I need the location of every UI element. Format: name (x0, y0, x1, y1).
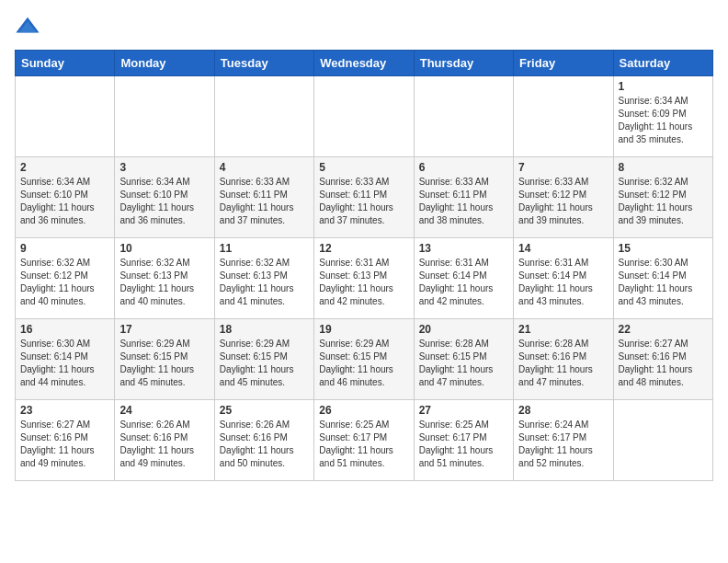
day-info: Sunrise: 6:31 AM Sunset: 6:14 PM Dayligh… (419, 257, 508, 308)
calendar-cell: 18Sunrise: 6:29 AM Sunset: 6:15 PM Dayli… (214, 319, 313, 400)
day-info: Sunrise: 6:25 AM Sunset: 6:17 PM Dayligh… (319, 419, 408, 470)
day-number: 5 (319, 161, 408, 174)
day-info: Sunrise: 6:30 AM Sunset: 6:14 PM Dayligh… (20, 338, 109, 389)
day-info: Sunrise: 6:32 AM Sunset: 6:13 PM Dayligh… (220, 257, 309, 308)
calendar-cell: 7Sunrise: 6:33 AM Sunset: 6:12 PM Daylig… (514, 157, 613, 238)
logo-icon (15, 15, 40, 40)
calendar-cell: 16Sunrise: 6:30 AM Sunset: 6:14 PM Dayli… (16, 319, 115, 400)
calendar-cell: 12Sunrise: 6:31 AM Sunset: 6:13 PM Dayli… (314, 238, 414, 319)
page-header (15, 15, 713, 40)
calendar-cell: 2Sunrise: 6:34 AM Sunset: 6:10 PM Daylig… (16, 157, 115, 238)
day-number: 25 (220, 404, 309, 417)
day-number: 18 (220, 323, 309, 336)
calendar: SundayMondayTuesdayWednesdayThursdayFrid… (15, 50, 713, 481)
calendar-cell: 27Sunrise: 6:25 AM Sunset: 6:17 PM Dayli… (414, 400, 513, 481)
day-info: Sunrise: 6:34 AM Sunset: 6:09 PM Dayligh… (619, 95, 708, 146)
day-number: 20 (419, 323, 508, 336)
calendar-cell: 23Sunrise: 6:27 AM Sunset: 6:16 PM Dayli… (16, 400, 115, 481)
calendar-cell: 3Sunrise: 6:34 AM Sunset: 6:10 PM Daylig… (115, 157, 214, 238)
day-info: Sunrise: 6:33 AM Sunset: 6:11 PM Dayligh… (319, 176, 408, 227)
calendar-cell (613, 400, 712, 481)
calendar-cell: 17Sunrise: 6:29 AM Sunset: 6:15 PM Dayli… (115, 319, 214, 400)
day-info: Sunrise: 6:33 AM Sunset: 6:12 PM Dayligh… (518, 176, 608, 227)
day-info: Sunrise: 6:29 AM Sunset: 6:15 PM Dayligh… (119, 338, 209, 389)
day-info: Sunrise: 6:31 AM Sunset: 6:14 PM Dayligh… (518, 257, 608, 308)
calendar-week-row: 1Sunrise: 6:34 AM Sunset: 6:09 PM Daylig… (16, 76, 713, 157)
calendar-cell (16, 76, 115, 157)
calendar-cell: 24Sunrise: 6:26 AM Sunset: 6:16 PM Dayli… (115, 400, 214, 481)
day-number: 7 (518, 161, 608, 174)
day-number: 28 (518, 404, 608, 417)
calendar-cell: 14Sunrise: 6:31 AM Sunset: 6:14 PM Dayli… (514, 238, 613, 319)
calendar-cell (514, 76, 613, 157)
day-info: Sunrise: 6:31 AM Sunset: 6:13 PM Dayligh… (319, 257, 408, 308)
day-info: Sunrise: 6:26 AM Sunset: 6:16 PM Dayligh… (119, 419, 209, 470)
calendar-header-row: SundayMondayTuesdayWednesdayThursdayFrid… (16, 51, 713, 76)
day-of-week-header: Wednesday (314, 51, 414, 76)
day-info: Sunrise: 6:29 AM Sunset: 6:15 PM Dayligh… (319, 338, 408, 389)
day-info: Sunrise: 6:32 AM Sunset: 6:12 PM Dayligh… (619, 176, 708, 227)
day-number: 1 (619, 80, 708, 93)
calendar-cell: 5Sunrise: 6:33 AM Sunset: 6:11 PM Daylig… (314, 157, 414, 238)
day-number: 26 (319, 404, 408, 417)
day-info: Sunrise: 6:32 AM Sunset: 6:13 PM Dayligh… (119, 257, 209, 308)
day-info: Sunrise: 6:32 AM Sunset: 6:12 PM Dayligh… (20, 257, 109, 308)
calendar-week-row: 9Sunrise: 6:32 AM Sunset: 6:12 PM Daylig… (16, 238, 713, 319)
calendar-cell: 22Sunrise: 6:27 AM Sunset: 6:16 PM Dayli… (613, 319, 712, 400)
logo (15, 15, 44, 40)
calendar-cell: 9Sunrise: 6:32 AM Sunset: 6:12 PM Daylig… (16, 238, 115, 319)
day-number: 17 (119, 323, 209, 336)
day-number: 8 (619, 161, 708, 174)
calendar-cell: 1Sunrise: 6:34 AM Sunset: 6:09 PM Daylig… (613, 76, 712, 157)
calendar-cell: 25Sunrise: 6:26 AM Sunset: 6:16 PM Dayli… (214, 400, 313, 481)
calendar-cell: 6Sunrise: 6:33 AM Sunset: 6:11 PM Daylig… (414, 157, 513, 238)
calendar-cell: 28Sunrise: 6:24 AM Sunset: 6:17 PM Dayli… (514, 400, 613, 481)
day-number: 19 (319, 323, 408, 336)
calendar-cell: 4Sunrise: 6:33 AM Sunset: 6:11 PM Daylig… (214, 157, 313, 238)
day-info: Sunrise: 6:28 AM Sunset: 6:15 PM Dayligh… (419, 338, 508, 389)
day-info: Sunrise: 6:27 AM Sunset: 6:16 PM Dayligh… (20, 419, 109, 470)
calendar-cell (414, 76, 513, 157)
day-number: 13 (419, 242, 508, 255)
calendar-cell: 26Sunrise: 6:25 AM Sunset: 6:17 PM Dayli… (314, 400, 414, 481)
day-info: Sunrise: 6:33 AM Sunset: 6:11 PM Dayligh… (220, 176, 309, 227)
day-number: 21 (518, 323, 608, 336)
day-number: 23 (20, 404, 109, 417)
calendar-cell (115, 76, 214, 157)
calendar-cell: 11Sunrise: 6:32 AM Sunset: 6:13 PM Dayli… (214, 238, 313, 319)
day-number: 10 (119, 242, 209, 255)
day-of-week-header: Saturday (613, 51, 712, 76)
calendar-cell: 8Sunrise: 6:32 AM Sunset: 6:12 PM Daylig… (613, 157, 712, 238)
calendar-cell: 19Sunrise: 6:29 AM Sunset: 6:15 PM Dayli… (314, 319, 414, 400)
day-number: 27 (419, 404, 508, 417)
calendar-cell (314, 76, 414, 157)
day-of-week-header: Monday (115, 51, 214, 76)
day-info: Sunrise: 6:26 AM Sunset: 6:16 PM Dayligh… (220, 419, 309, 470)
day-number: 11 (220, 242, 309, 255)
calendar-week-row: 16Sunrise: 6:30 AM Sunset: 6:14 PM Dayli… (16, 319, 713, 400)
day-number: 9 (20, 242, 109, 255)
calendar-cell (214, 76, 313, 157)
calendar-cell: 13Sunrise: 6:31 AM Sunset: 6:14 PM Dayli… (414, 238, 513, 319)
calendar-cell: 20Sunrise: 6:28 AM Sunset: 6:15 PM Dayli… (414, 319, 513, 400)
day-of-week-header: Friday (514, 51, 613, 76)
day-number: 16 (20, 323, 109, 336)
day-number: 3 (119, 161, 209, 174)
calendar-cell: 10Sunrise: 6:32 AM Sunset: 6:13 PM Dayli… (115, 238, 214, 319)
day-number: 6 (419, 161, 508, 174)
calendar-cell: 15Sunrise: 6:30 AM Sunset: 6:14 PM Dayli… (613, 238, 712, 319)
day-info: Sunrise: 6:34 AM Sunset: 6:10 PM Dayligh… (20, 176, 109, 227)
day-of-week-header: Tuesday (214, 51, 313, 76)
day-of-week-header: Thursday (414, 51, 513, 76)
day-info: Sunrise: 6:24 AM Sunset: 6:17 PM Dayligh… (518, 419, 608, 470)
calendar-week-row: 23Sunrise: 6:27 AM Sunset: 6:16 PM Dayli… (16, 400, 713, 481)
day-number: 14 (518, 242, 608, 255)
day-info: Sunrise: 6:29 AM Sunset: 6:15 PM Dayligh… (220, 338, 309, 389)
day-number: 4 (220, 161, 309, 174)
day-info: Sunrise: 6:30 AM Sunset: 6:14 PM Dayligh… (619, 257, 708, 308)
day-of-week-header: Sunday (16, 51, 115, 76)
day-number: 22 (619, 323, 708, 336)
day-info: Sunrise: 6:27 AM Sunset: 6:16 PM Dayligh… (619, 338, 708, 389)
day-number: 12 (319, 242, 408, 255)
calendar-week-row: 2Sunrise: 6:34 AM Sunset: 6:10 PM Daylig… (16, 157, 713, 238)
